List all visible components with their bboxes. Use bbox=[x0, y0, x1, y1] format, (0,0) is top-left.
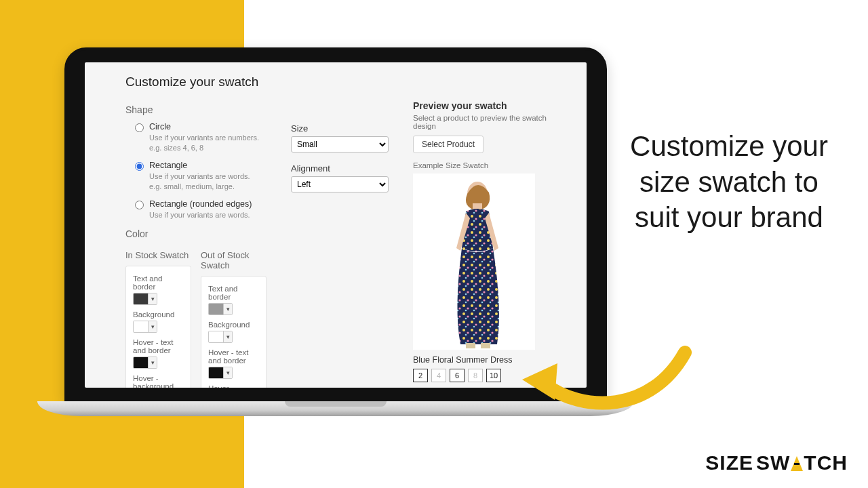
shape-label: Circle bbox=[149, 122, 259, 131]
color-picker-text[interactable]: ▾ bbox=[133, 293, 157, 305]
radio-rounded[interactable] bbox=[135, 201, 144, 209]
logo-size: SIZE bbox=[705, 451, 753, 474]
outstock-box: Text and border ▾ Background ▾ Hover - t… bbox=[201, 276, 267, 388]
shape-label: Rectangle (rounded edges) bbox=[149, 199, 252, 209]
lbl: Text and border bbox=[208, 285, 259, 301]
logo-sw: SW bbox=[756, 451, 790, 474]
color-picker-text[interactable]: ▾ bbox=[208, 303, 233, 315]
shape-option-circle[interactable]: Circle Use if your variants are numbers.… bbox=[135, 122, 267, 154]
size-8[interactable]: 8 bbox=[468, 369, 483, 382]
shape-hint: Use if your variants are words. e.g. sma… bbox=[149, 171, 250, 192]
size-label: Size bbox=[291, 123, 389, 134]
lbl: Background bbox=[133, 310, 184, 319]
alignment-label: Alignment bbox=[291, 163, 389, 174]
color-picker-bg[interactable]: ▾ bbox=[133, 321, 157, 333]
instock-heading: In Stock Swatch bbox=[125, 250, 191, 260]
shape-hint: Use if your variants are words. bbox=[149, 210, 252, 220]
size-2[interactable]: 2 bbox=[413, 369, 428, 382]
preview-sub: Select a product to preview the swatch d… bbox=[413, 114, 559, 130]
svg-rect-6 bbox=[466, 343, 475, 348]
color-picker-hover-text[interactable]: ▾ bbox=[133, 357, 157, 369]
svg-rect-7 bbox=[481, 343, 490, 348]
size-select[interactable]: Small bbox=[291, 136, 389, 152]
shape-hint: Use if your variants are numbers. e.g. s… bbox=[149, 133, 259, 154]
shape-heading: Shape bbox=[125, 104, 267, 115]
example-label: Example Size Swatch bbox=[413, 161, 559, 169]
app-screen: Customize your swatch Shape Circle Use i… bbox=[85, 62, 587, 388]
brand-logo: SIZE SW TCH bbox=[705, 451, 848, 474]
marketing-headline: Customize your size swatch to suit your … bbox=[624, 129, 834, 236]
arrow-icon bbox=[515, 346, 692, 420]
size-6[interactable]: 6 bbox=[450, 369, 465, 382]
radio-circle[interactable] bbox=[135, 123, 144, 132]
radio-rectangle[interactable] bbox=[135, 162, 144, 171]
select-product-button[interactable]: Select Product bbox=[413, 136, 484, 153]
color-picker-hover-text[interactable]: ▾ bbox=[208, 367, 233, 379]
size-4[interactable]: 4 bbox=[431, 369, 446, 382]
alignment-select[interactable]: Left bbox=[291, 176, 389, 192]
lbl: Hover - text and border bbox=[208, 348, 259, 365]
product-image bbox=[413, 174, 535, 350]
logo-tch: TCH bbox=[804, 451, 848, 474]
outstock-heading: Out of Stock Swatch bbox=[201, 250, 267, 270]
lbl: Background bbox=[208, 321, 259, 329]
page-title: Customize your swatch bbox=[125, 75, 559, 89]
lbl: Hover - background bbox=[133, 374, 184, 388]
preview-heading: Preview your swatch bbox=[413, 100, 559, 111]
shape-option-rectangle[interactable]: Rectangle Use if your variants are words… bbox=[135, 161, 267, 192]
size-10[interactable]: 10 bbox=[486, 369, 501, 382]
lbl: Hover - background bbox=[208, 384, 259, 388]
shape-label: Rectangle bbox=[149, 161, 250, 170]
lbl: Text and border bbox=[133, 274, 184, 291]
logo-a-icon bbox=[791, 456, 803, 471]
shape-option-rounded[interactable]: Rectangle (rounded edges) Use if your va… bbox=[135, 199, 267, 220]
color-heading: Color bbox=[125, 228, 267, 239]
lbl: Hover - text and border bbox=[133, 338, 184, 354]
instock-box: Text and border ▾ Background ▾ Hover - t… bbox=[125, 266, 191, 388]
color-picker-bg[interactable]: ▾ bbox=[208, 331, 233, 343]
